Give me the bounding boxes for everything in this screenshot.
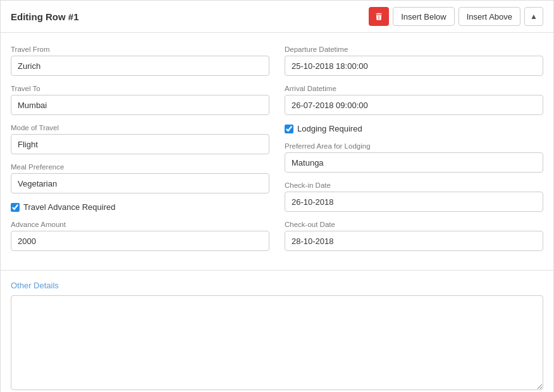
travel-from-label: Travel From: [11, 46, 269, 53]
travel-to-label: Travel To: [11, 85, 269, 92]
lodging-required-row: Lodging Required: [285, 124, 543, 133]
checkin-date-group: Check-in Date: [285, 181, 543, 212]
checkin-date-input[interactable]: [285, 192, 543, 212]
advance-amount-label: Advance Amount: [11, 221, 269, 228]
mode-of-travel-group: Mode of Travel: [11, 124, 269, 154]
meal-preference-input[interactable]: [11, 173, 269, 193]
delete-button[interactable]: [369, 7, 389, 26]
header: Editing Row #1 Insert Below Insert Above…: [1, 1, 553, 33]
travel-from-group: Travel From: [11, 46, 269, 76]
checkout-date-group: Check-out Date: [285, 221, 543, 251]
other-details-section: Other Details: [1, 271, 553, 392]
header-actions: Insert Below Insert Above ▲: [369, 7, 543, 26]
other-details-label: Other Details: [11, 281, 543, 290]
checkout-date-input[interactable]: [285, 231, 543, 251]
left-column: Travel From Travel To Mode of Travel Mea…: [11, 46, 269, 260]
arrow-up-button[interactable]: ▲: [524, 7, 543, 26]
departure-datetime-input[interactable]: [285, 56, 543, 76]
form-body: Travel From Travel To Mode of Travel Mea…: [1, 33, 553, 271]
departure-datetime-group: Departure Datetime: [285, 46, 543, 76]
travel-to-group: Travel To: [11, 85, 269, 115]
other-details-textarea[interactable]: [11, 295, 543, 390]
arrival-datetime-label: Arrival Datetime: [285, 85, 543, 92]
checkout-date-label: Check-out Date: [285, 221, 543, 228]
arrow-up-icon: ▲: [530, 12, 538, 21]
arrival-datetime-group: Arrival Datetime: [285, 85, 543, 115]
lodging-required-label: Lodging Required: [297, 124, 362, 133]
preferred-area-label: Preferred Area for Lodging: [285, 142, 543, 150]
meal-preference-label: Meal Preference: [11, 163, 269, 171]
travel-from-input[interactable]: [11, 56, 269, 76]
page-title: Editing Row #1: [11, 11, 79, 22]
insert-below-button[interactable]: Insert Below: [393, 7, 455, 26]
travel-to-input[interactable]: [11, 95, 269, 115]
mode-of-travel-input[interactable]: [11, 134, 269, 154]
lodging-required-checkbox[interactable]: [285, 125, 293, 133]
mode-of-travel-label: Mode of Travel: [11, 124, 269, 132]
departure-datetime-label: Departure Datetime: [285, 46, 543, 53]
insert-above-button[interactable]: Insert Above: [459, 7, 520, 26]
trash-icon: [374, 12, 383, 21]
preferred-area-input[interactable]: [285, 152, 543, 173]
preferred-area-group: Preferred Area for Lodging: [285, 142, 543, 173]
advance-amount-group: Advance Amount: [11, 221, 269, 251]
checkin-date-label: Check-in Date: [285, 181, 543, 189]
travel-advance-label: Travel Advance Required: [23, 202, 116, 212]
form-grid: Travel From Travel To Mode of Travel Mea…: [11, 46, 543, 260]
advance-amount-input[interactable]: [11, 231, 269, 251]
arrival-datetime-input[interactable]: [285, 95, 543, 115]
travel-advance-row: Travel Advance Required: [11, 202, 269, 212]
right-column: Departure Datetime Arrival Datetime Lodg…: [285, 46, 543, 260]
travel-advance-checkbox[interactable]: [11, 203, 20, 212]
meal-preference-group: Meal Preference: [11, 163, 269, 193]
